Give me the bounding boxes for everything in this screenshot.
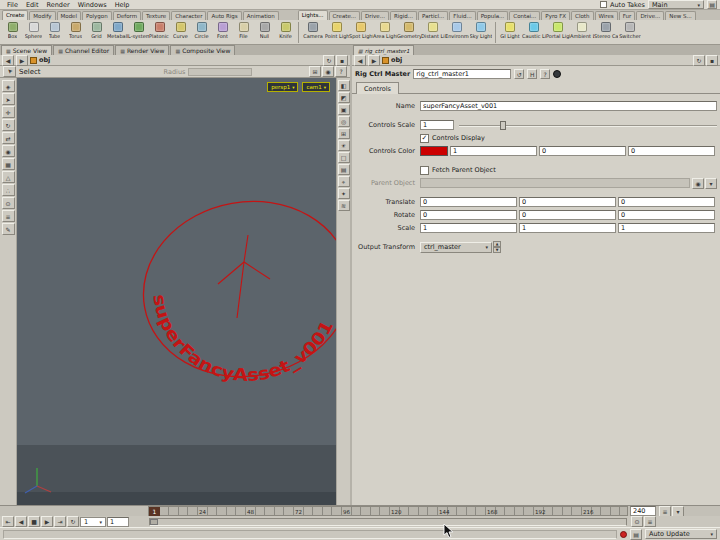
shelf-tool[interactable]: L-system <box>128 21 149 44</box>
shelf-tool[interactable]: Tube <box>44 21 65 44</box>
pane-type-icon[interactable]: ▦ <box>175 48 180 54</box>
display-option-icon[interactable]: □ <box>338 152 350 163</box>
pane-type-icon[interactable]: ▦ <box>58 48 63 54</box>
select-options-icon[interactable]: ⊞ <box>309 66 321 77</box>
viewport-tool-icon[interactable]: △ <box>2 171 15 183</box>
shelf-tool[interactable]: Curve <box>170 21 191 44</box>
realtime-toggle-icon[interactable]: ⊙ <box>631 516 643 527</box>
current-frame-field[interactable]: 1 ▾ <box>80 517 106 527</box>
color-g-field[interactable] <box>539 146 626 156</box>
viewport-tool-icon[interactable]: ➤ <box>2 93 15 105</box>
transport-button[interactable]: ↻ <box>67 516 79 527</box>
viewport-tool-icon[interactable]: ✎ <box>2 223 15 235</box>
shelf-tab[interactable]: Drive... <box>636 11 664 20</box>
auto-update-dropdown[interactable]: Auto Update ▾ <box>645 529 717 539</box>
pane-type-icon[interactable]: ▦ <box>120 48 125 54</box>
viewport-tool-icon[interactable]: ∴ <box>2 184 15 196</box>
viewport-tool-icon[interactable]: ✛ <box>2 106 15 118</box>
shelf-tool[interactable]: Camera <box>301 21 325 44</box>
pane-tab[interactable]: ▦ rig_ctrl_master1 <box>353 45 414 55</box>
pin-icon[interactable]: ▪ <box>706 55 718 66</box>
rotate-y-field[interactable] <box>519 210 616 220</box>
shelf-tab[interactable]: Cloth <box>571 11 593 20</box>
viewport-tool-icon[interactable]: ≡ <box>2 210 15 222</box>
shelf-tool[interactable]: Distant Li... <box>421 21 445 44</box>
translate-y-field[interactable] <box>519 197 616 207</box>
range-start-field[interactable] <box>107 517 129 527</box>
transport-button[interactable]: ■ <box>28 516 40 527</box>
shelf-tool[interactable]: Area Light <box>373 21 397 44</box>
viewport-tool-icon[interactable]: ↻ <box>2 119 15 131</box>
scale-x-field[interactable] <box>420 223 517 233</box>
3d-viewport[interactable]: superFancyAsset_v001 persp <box>17 78 336 505</box>
playbar-handle[interactable] <box>150 519 158 525</box>
controls-display-checkbox[interactable] <box>420 134 429 143</box>
display-option-icon[interactable]: ◩ <box>338 92 350 103</box>
help-icon[interactable]: ? <box>335 66 347 77</box>
spinner-down-icon[interactable]: ▼ <box>493 247 501 253</box>
color-swatch[interactable] <box>420 146 448 156</box>
playbar-options-icon[interactable]: ≡ <box>644 516 656 527</box>
shelf-tool[interactable]: Grid <box>86 21 107 44</box>
shelf-tool[interactable]: Null <box>254 21 275 44</box>
help-icon[interactable]: ? <box>540 69 550 79</box>
pane-tab[interactable]: ▦ Channel Editor <box>53 45 114 55</box>
menu-arrow-icon[interactable]: ▾ <box>705 178 717 189</box>
node-color-dot-icon[interactable] <box>553 70 561 78</box>
pane-type-icon[interactable]: ▦ <box>6 48 11 54</box>
shelf-tab[interactable]: Animation <box>243 11 279 20</box>
menu-arrow-icon[interactable]: ▾ <box>672 506 684 517</box>
back-icon[interactable]: ◀ <box>2 55 14 66</box>
shelf-tool[interactable]: Switcher <box>618 21 642 44</box>
shelf-tab[interactable]: Rigid... <box>390 11 417 20</box>
rig-null-axis-icon[interactable] <box>218 235 270 318</box>
shelf-tool[interactable]: Geometry ... <box>397 21 421 44</box>
transport-button[interactable]: ▶ <box>41 516 53 527</box>
display-option-icon[interactable]: ▣ <box>338 104 350 115</box>
back-icon[interactable]: ◀ <box>354 55 366 66</box>
shelf-tool[interactable]: Environme... <box>445 21 469 44</box>
take-selector[interactable]: Main ▾ <box>648 0 704 9</box>
viewport-tool-icon[interactable]: ⇄ <box>2 132 15 144</box>
hda-icon[interactable]: H <box>527 69 537 79</box>
display-option-icon[interactable]: ≋ <box>338 200 350 211</box>
shelf-tab[interactable]: Contai... <box>509 11 540 20</box>
shelf-tab[interactable]: Particl... <box>418 11 448 20</box>
shelf-tab[interactable]: Model <box>57 11 82 20</box>
menu-item[interactable]: Windows <box>74 1 111 9</box>
playhead[interactable]: 1 <box>149 507 160 516</box>
translate-z-field[interactable] <box>618 197 715 207</box>
output-transform-spinner[interactable]: ▲ ▼ <box>493 241 501 253</box>
node-chooser-icon[interactable]: ◉ <box>692 178 704 189</box>
shelf-tool[interactable]: Metaball <box>107 21 128 44</box>
shelf-tab[interactable]: Create <box>2 10 28 20</box>
shelf-tool[interactable]: Portal Light <box>546 21 570 44</box>
transport-button[interactable]: ⇤ <box>2 516 14 527</box>
transport-button[interactable]: ◀ <box>15 516 27 527</box>
rotate-z-field[interactable] <box>618 210 715 220</box>
shelf-tab[interactable]: Character <box>171 11 206 20</box>
menu-item[interactable]: Render <box>42 1 73 9</box>
playbar-track[interactable] <box>149 518 627 526</box>
display-option-icon[interactable]: ▤ <box>338 164 350 175</box>
display-option-icon[interactable]: ✦ <box>338 188 350 199</box>
menu-item[interactable]: Edit <box>22 1 43 9</box>
shelf-tab[interactable]: Popula... <box>477 11 509 20</box>
fetch-parent-checkbox[interactable] <box>420 166 429 175</box>
shelf-tab[interactable]: Create... <box>329 11 361 20</box>
color-r-field[interactable] <box>450 146 537 156</box>
menu-item[interactable]: File <box>3 1 22 9</box>
error-badge-icon[interactable] <box>620 531 627 538</box>
auto-takes-checkbox[interactable] <box>600 1 607 8</box>
camera-menu[interactable]: cam1 ▾ <box>302 82 330 92</box>
color-b-field[interactable] <box>628 146 715 156</box>
shelf-tab[interactable]: Polygon <box>82 11 112 20</box>
shelf-tool[interactable]: Circle <box>191 21 212 44</box>
network-path[interactable]: obj <box>391 56 402 64</box>
display-option-icon[interactable]: ☀ <box>338 140 350 151</box>
pane-type-icon[interactable]: ▦ <box>358 48 363 54</box>
shelf-tool[interactable]: Torus <box>65 21 86 44</box>
viewport-tool-icon[interactable]: ▦ <box>2 158 15 170</box>
pane-tab[interactable]: ▦ Render View <box>115 45 169 55</box>
display-option-icon[interactable]: ⌖ <box>338 176 350 187</box>
